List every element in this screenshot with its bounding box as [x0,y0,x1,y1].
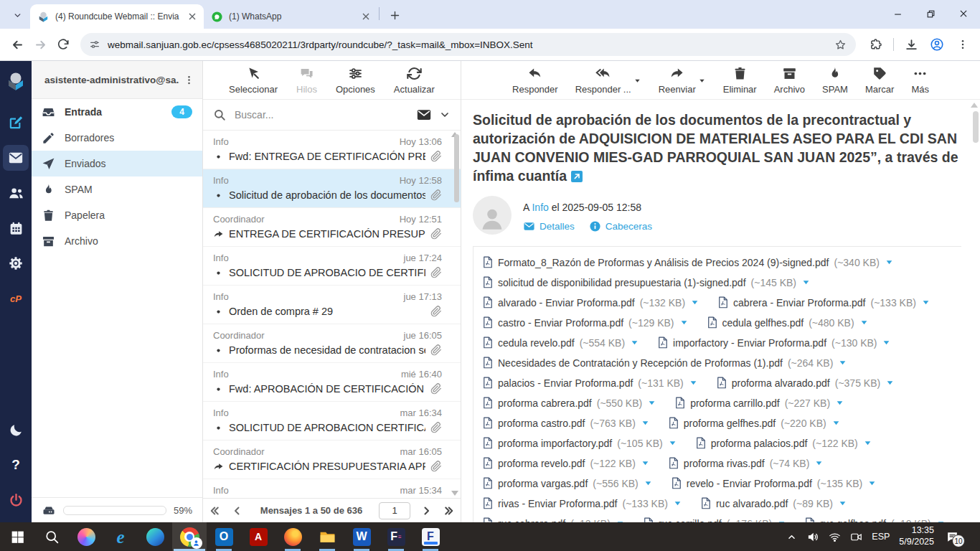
taskbar-f-blue-app-icon[interactable]: F [413,522,448,551]
taskbar-edge-icon[interactable] [138,522,172,551]
message-toolbar-spam-button[interactable]: SPAM [822,66,848,95]
attachment-file[interactable]: proforma palacios.pdf(~122 KB) [696,437,872,449]
attachment-menu-caret-icon[interactable] [863,438,872,448]
rail-compose-button[interactable] [3,110,29,136]
attachment-name[interactable]: proforma alvarado.pdf [732,377,830,389]
list-toolbar-seleccionar-button[interactable]: Seleccionar [229,66,278,95]
attachment-menu-caret-icon[interactable] [835,398,844,408]
recipient-link[interactable]: Info [532,202,548,213]
meet-now-icon[interactable] [850,531,862,543]
attachment-menu-caret-icon[interactable] [644,479,653,488]
profile-icon[interactable] [925,33,948,56]
attachment-name[interactable]: cabrera - Enviar Proforma.pdf [733,297,865,309]
attachment-menu-caret-icon[interactable] [630,338,639,347]
attachment-menu-caret-icon[interactable] [641,418,650,428]
last-page-button[interactable] [442,504,455,517]
message-toolbar-responder-button[interactable]: Responder ... [575,66,641,95]
language-indicator[interactable]: ESP [872,532,890,542]
attachment-file[interactable]: revelo - Enviar Proforma.pdf(~135 KB) [672,477,877,489]
attachment-menu-caret-icon[interactable] [673,499,682,508]
tab-whatsapp[interactable]: (1) WhatsApp [204,4,377,29]
attachment-name[interactable]: revelo - Enviar Proforma.pdf [687,478,812,489]
taskbar-f-dark-app-icon[interactable]: F≡ [379,522,413,551]
attachment-file[interactable]: proforma castro.pdf(~763 KB) [483,417,650,429]
attachment-file[interactable]: proforma cabrera.pdf(~550 KB) [483,397,656,409]
attachment-name[interactable]: proforma carrillo.pdf [690,397,780,409]
message-toolbar-ms-button[interactable]: Más [911,66,929,95]
attachment-file[interactable]: ruc alvarado.pdf(~89 KB) [701,497,847,509]
message-list-item[interactable]: InfoHoy 13:06Fwd: ENTREGA DE CERTIFICACI… [203,131,461,169]
list-scrollbar[interactable] [454,134,459,202]
reading-scroll-up-icon[interactable] [971,103,978,108]
attachment-file[interactable]: proforma revelo.pdf(~122 KB) [483,457,650,469]
attachment-name[interactable]: castro - Enviar Proforma.pdf [498,317,623,329]
search-options-chevron-icon[interactable] [439,109,451,121]
url-bar[interactable]: webmail.sanjuan.gob.ec/cpsess4685020211/… [80,33,856,56]
external-link-icon[interactable] [571,171,583,182]
attachment-file[interactable]: proforma carrillo.pdf(~227 KB) [675,397,844,409]
attachment-menu-caret-icon[interactable] [885,258,894,267]
attachment-name[interactable]: Formato_8_Razón de Proformas y Análisis … [498,257,829,268]
taskbar-outlook-icon[interactable]: O [207,522,241,551]
message-list-item[interactable]: Infojue 17:13Orden de compra # 29 [203,286,461,324]
list-scroll-down-icon[interactable] [451,491,458,496]
taskbar-word-icon[interactable]: W [344,522,379,551]
volume-icon[interactable] [807,531,819,543]
taskbar-firefox-icon[interactable] [275,522,310,551]
attachment-menu-caret-icon[interactable] [641,458,650,468]
rail-dark-mode-button[interactable] [3,417,29,443]
attachment-menu-caret-icon[interactable] [690,298,699,307]
list-toolbar-hilos-button[interactable]: Hilos [296,66,317,95]
attachment-file[interactable]: Formato_8_Razón de Proformas y Análisis … [483,256,894,268]
search-scope-mail-icon[interactable] [416,107,432,123]
sidebar-folder-borradores[interactable]: Borradores [32,125,202,151]
taskbar-internet-explorer-icon[interactable]: e [103,522,138,551]
attachment-file[interactable]: proforma rivas.pdf(~74 KB) [669,457,824,469]
message-toolbar-marcar-button[interactable]: Marcar [865,66,894,95]
taskbar-start-icon[interactable] [0,522,34,551]
attachment-name[interactable]: proforma rivas.pdf [684,458,765,469]
tray-chevron-up-icon[interactable] [786,531,798,543]
next-page-button[interactable] [420,504,433,517]
rail-settings-button[interactable] [3,250,29,276]
rail-cpanel-button[interactable]: cP [3,286,29,311]
tab-roundcube[interactable]: (4) Roundcube Webmail :: Envia [30,4,204,29]
list-toolbar-actualizar-button[interactable]: Actualizar [394,66,435,95]
message-list-item[interactable]: Coordinadormar 16:05CERTIFICACIÓN PRESUP… [203,441,461,479]
taskbar-search-icon[interactable] [34,522,69,551]
site-info-icon[interactable] [89,39,100,50]
reading-scrollbar[interactable] [973,111,979,143]
attachment-name[interactable]: rivas - Enviar Proforma.pdf [498,498,618,509]
downloads-icon[interactable] [900,33,923,56]
attachment-menu-caret-icon[interactable] [838,499,847,508]
sidebar-folder-papelera[interactable]: Papelera [32,202,202,228]
close-button[interactable] [947,0,980,27]
sidebar-folder-entrada[interactable]: Entrada4 [32,99,202,125]
attachment-name[interactable]: cedula gelfhes.pdf [722,317,804,329]
url-text[interactable]: webmail.sanjuan.gob.ec/cpsess4685020211/… [108,39,829,50]
rail-roundcube-logo[interactable] [3,68,29,94]
attachment-menu-caret-icon[interactable] [859,318,869,327]
attachment-file[interactable]: solicitud de disponibilidad presupuestar… [483,276,811,288]
attachment-name[interactable]: ruc alvarado.pdf [716,498,788,509]
rail-help-button[interactable]: ? [3,452,29,478]
message-list-item[interactable]: InfoHoy 12:58Solicitud de aprobación de … [203,169,461,208]
rail-mail-button[interactable] [3,145,29,171]
back-button[interactable] [6,33,29,56]
attachment-name[interactable]: alvarado - Enviar Proforma.pdf [498,297,635,309]
attachment-file[interactable]: Necesidades de Contratación y Recepción … [483,357,847,369]
message-toolbar-eliminar-button[interactable]: Eliminar [723,66,757,95]
tab-search-button[interactable] [7,5,27,25]
rail-logout-button[interactable] [3,487,29,513]
attachment-file[interactable]: alvarado - Enviar Proforma.pdf(~132 KB) [483,296,699,309]
sidebar-folder-archivo[interactable]: Archivo [32,228,202,254]
attachment-menu-caret-icon[interactable] [867,479,877,488]
attachment-menu-caret-icon[interactable] [882,338,891,347]
forward-button[interactable] [29,33,52,56]
first-page-button[interactable] [209,504,222,517]
sidebar-folder-enviados[interactable]: Enviados [32,151,202,176]
message-list-item[interactable]: Infomar 15:34 [203,479,461,498]
message-list-item[interactable]: Infojue 17:24SOLICITUD DE APROBACIO DE C… [203,247,461,286]
attachment-name[interactable]: proforma imporfactory.pdf [498,438,612,449]
message-toolbar-reenviar-button[interactable]: Reenviar [659,66,706,95]
